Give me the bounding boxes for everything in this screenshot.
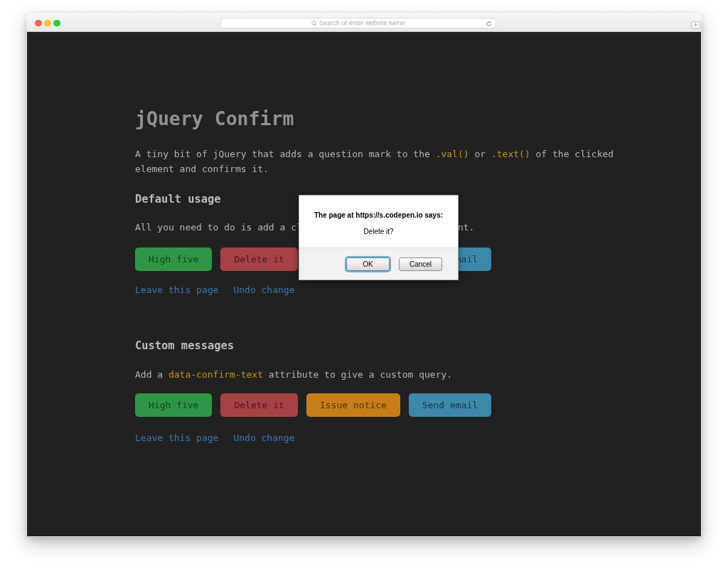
issue-notice-button[interactable]: Issue notice bbox=[306, 393, 400, 417]
undo-change-link[interactable]: Undo change bbox=[233, 432, 294, 443]
page-content: jQuery Confirm A tiny bit of jQuery that… bbox=[27, 32, 701, 536]
delete-it-button[interactable]: Delete it bbox=[220, 393, 297, 417]
confirm-dialog-title: The page at https://s.codepen.io says: bbox=[299, 211, 458, 220]
confirm-dialog: The page at https://s.codepen.io says: D… bbox=[299, 195, 459, 280]
custom-messages-links: Leave this pageUndo change bbox=[135, 430, 295, 445]
confirm-dialog-message: Delete it? bbox=[299, 228, 458, 236]
minimize-window-button[interactable] bbox=[44, 20, 51, 27]
intro-paragraph: A tiny bit of jQuery that adds a questio… bbox=[135, 147, 633, 176]
cancel-button[interactable]: Cancel bbox=[399, 257, 442, 271]
leave-this-page-link[interactable]: Leave this page bbox=[135, 432, 218, 443]
high-five-button[interactable]: High five bbox=[135, 248, 212, 271]
address-bar[interactable]: Search or enter website name bbox=[220, 18, 496, 28]
refresh-icon[interactable] bbox=[486, 21, 492, 27]
address-bar-placeholder: Search or enter website name bbox=[311, 20, 405, 26]
window-controls bbox=[35, 20, 60, 27]
ok-button[interactable]: OK bbox=[346, 257, 390, 271]
close-window-button[interactable] bbox=[35, 20, 42, 27]
custom-messages-description: Add a data-confirm-text attribute to giv… bbox=[135, 367, 633, 382]
browser-titlebar: Search or enter website name + bbox=[26, 13, 702, 32]
confirm-dialog-footer: OK Cancel bbox=[299, 248, 458, 280]
undo-change-link[interactable]: Undo change bbox=[233, 285, 294, 295]
code-data-confirm-text: data-confirm-text bbox=[168, 369, 263, 380]
delete-it-button[interactable]: Delete it bbox=[220, 248, 297, 271]
zoom-window-button[interactable] bbox=[53, 20, 60, 27]
leave-this-page-link[interactable]: Leave this page bbox=[135, 285, 218, 295]
send-email-button[interactable]: Send email bbox=[409, 393, 491, 417]
default-usage-links: Leave this pageUndo change bbox=[135, 282, 295, 297]
high-five-button[interactable]: High five bbox=[135, 393, 212, 417]
page-title: jQuery Confirm bbox=[135, 108, 294, 129]
custom-messages-buttons: High fiveDelete itIssue noticeSend email bbox=[135, 393, 500, 417]
section-heading-default-usage: Default usage bbox=[135, 193, 220, 206]
new-tab-button[interactable]: + bbox=[691, 21, 701, 30]
code-text: .text() bbox=[491, 149, 530, 159]
section-heading-custom-messages: Custom messages bbox=[135, 339, 234, 352]
search-icon bbox=[311, 21, 317, 26]
code-val: .val() bbox=[436, 149, 469, 159]
